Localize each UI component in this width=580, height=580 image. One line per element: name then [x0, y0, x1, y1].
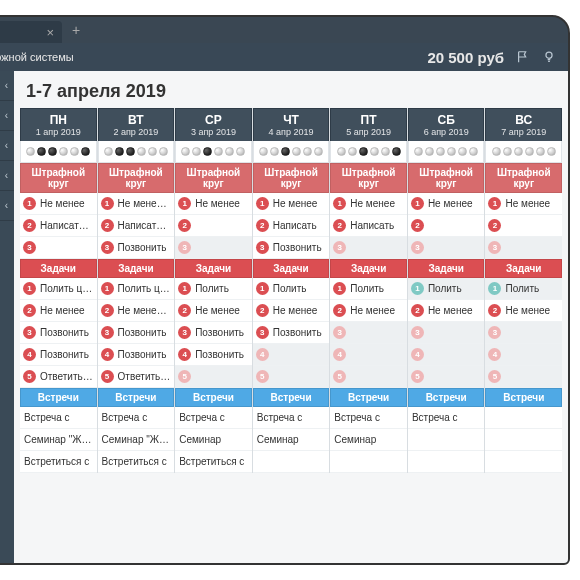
task-item[interactable]: 3 — [330, 322, 407, 344]
browser-tab[interactable]: × — [0, 21, 62, 43]
task-item[interactable]: 4 — [408, 344, 485, 366]
task-item[interactable]: 4Позвонить — [20, 344, 97, 366]
penalty-item[interactable]: 1Не менее — [330, 193, 407, 215]
day-header[interactable]: ПТ5 апр 2019 — [330, 108, 407, 141]
penalty-item[interactable]: 3 — [330, 237, 407, 259]
penalty-item[interactable]: 2 — [408, 215, 485, 237]
task-item[interactable]: 3Позвонить — [20, 322, 97, 344]
penalty-item[interactable]: 1Не менее — [485, 193, 562, 215]
task-item[interactable]: 4Позвонить — [175, 344, 252, 366]
meeting-item[interactable] — [485, 407, 562, 429]
penalty-item[interactable]: 2Написать три — [98, 215, 175, 237]
meeting-item[interactable]: Встреча с — [175, 407, 252, 429]
item-text: Не менее — [40, 305, 85, 316]
task-item[interactable]: 4Позвонить — [98, 344, 175, 366]
meeting-item[interactable]: Семинар "Жизнь — [98, 429, 175, 451]
meeting-item[interactable] — [330, 451, 407, 473]
meeting-item[interactable] — [485, 429, 562, 451]
meeting-item[interactable]: Встретиться с — [20, 451, 97, 473]
meeting-item[interactable] — [408, 429, 485, 451]
meeting-item[interactable]: Встреча с — [330, 407, 407, 429]
task-item[interactable]: 2Не менее — [175, 300, 252, 322]
penalty-item[interactable]: 3 — [485, 237, 562, 259]
badge: 2 — [488, 304, 501, 317]
penalty-item[interactable]: 1Не менее — [253, 193, 330, 215]
task-item[interactable]: 5 — [408, 366, 485, 388]
task-item[interactable]: 1Полить — [408, 278, 485, 300]
sidebar-item-0[interactable]: ет‹ — [0, 71, 14, 101]
task-item[interactable]: 5 — [253, 366, 330, 388]
penalty-item[interactable]: 3 — [20, 237, 97, 259]
task-item[interactable]: 1Полить — [253, 278, 330, 300]
sidebar-item-3[interactable]: чёты‹ — [0, 161, 14, 191]
penalty-item[interactable]: 1Не менее — [20, 193, 97, 215]
task-item[interactable]: 1Полить — [330, 278, 407, 300]
meeting-item[interactable]: Встреча с — [253, 407, 330, 429]
day-of-week: ВС — [488, 113, 559, 127]
day-header[interactable]: СБ6 апр 2019 — [408, 108, 485, 141]
penalty-item[interactable]: 2 — [485, 215, 562, 237]
dot-icon — [270, 147, 279, 156]
task-item[interactable]: 3 — [485, 322, 562, 344]
dot-icon — [148, 147, 157, 156]
task-item[interactable]: 4 — [253, 344, 330, 366]
task-item[interactable]: 1Полить — [175, 278, 252, 300]
penalty-item[interactable]: 3Позвонить — [253, 237, 330, 259]
day-header[interactable]: ВС7 апр 2019 — [485, 108, 562, 141]
penalty-item[interactable]: 3Позвонить — [98, 237, 175, 259]
new-tab-button[interactable]: + — [62, 22, 90, 38]
task-item[interactable]: 2Не менее — [408, 300, 485, 322]
meeting-item[interactable]: Семинар — [253, 429, 330, 451]
task-item[interactable]: 1Полить цветы — [98, 278, 175, 300]
penalty-item[interactable]: 1Не менее часа — [98, 193, 175, 215]
meeting-item[interactable]: Семинар — [175, 429, 252, 451]
meeting-item[interactable] — [485, 451, 562, 473]
penalty-item[interactable]: 2Написать три — [20, 215, 97, 237]
badge: 5 — [23, 370, 36, 383]
penalty-item[interactable]: 2Написать — [330, 215, 407, 237]
penalty-item[interactable]: 1Не менее — [175, 193, 252, 215]
meeting-item[interactable]: Семинар "Жизнь — [20, 429, 97, 451]
day-header[interactable]: ВТ2 апр 2019 — [98, 108, 175, 141]
task-item[interactable]: 2Не менее — [253, 300, 330, 322]
penalty-item[interactable]: 2 — [175, 215, 252, 237]
meeting-item[interactable]: Семинар — [330, 429, 407, 451]
meeting-item[interactable] — [408, 451, 485, 473]
task-item[interactable]: 3Позвонить — [175, 322, 252, 344]
task-item[interactable]: 4 — [330, 344, 407, 366]
task-item[interactable]: 5Ответить на — [20, 366, 97, 388]
task-item[interactable]: 3 — [408, 322, 485, 344]
task-item[interactable]: 2Не менее часа — [98, 300, 175, 322]
meeting-item[interactable]: Встреча с — [408, 407, 485, 429]
task-item[interactable]: 5 — [330, 366, 407, 388]
task-item[interactable]: 2Не менее — [330, 300, 407, 322]
task-item[interactable]: 1Полить цветы — [20, 278, 97, 300]
task-item[interactable]: 3Позвонить — [98, 322, 175, 344]
meeting-item[interactable] — [253, 451, 330, 473]
sidebar-item-1[interactable]: ‹ — [0, 101, 14, 131]
task-item[interactable]: 5 — [175, 366, 252, 388]
day-header[interactable]: ЧТ4 апр 2019 — [253, 108, 330, 141]
sidebar-item-2[interactable]: ‹ — [0, 131, 14, 161]
penalty-item[interactable]: 2Написать — [253, 215, 330, 237]
day-header[interactable]: ПН1 апр 2019 — [20, 108, 97, 141]
close-icon[interactable]: × — [46, 25, 54, 40]
flag-icon[interactable] — [516, 50, 530, 64]
penalty-item[interactable]: 3 — [408, 237, 485, 259]
task-item[interactable]: 4 — [485, 344, 562, 366]
task-item[interactable]: 2Не менее — [485, 300, 562, 322]
task-item[interactable]: 1Полить — [485, 278, 562, 300]
bulb-icon[interactable] — [542, 50, 556, 64]
penalty-item[interactable]: 3 — [175, 237, 252, 259]
task-item[interactable]: 5 — [485, 366, 562, 388]
meeting-item[interactable]: Встретиться с — [175, 451, 252, 473]
day-header[interactable]: СР3 апр 2019 — [175, 108, 252, 141]
task-item[interactable]: 2Не менее — [20, 300, 97, 322]
task-item[interactable]: 5Ответить на — [98, 366, 175, 388]
meeting-item[interactable]: Встреча с — [20, 407, 97, 429]
task-item[interactable]: 3Позвонить — [253, 322, 330, 344]
meeting-item[interactable]: Встретиться с — [98, 451, 175, 473]
meeting-item[interactable]: Встреча с — [98, 407, 175, 429]
penalty-item[interactable]: 1Не менее — [408, 193, 485, 215]
sidebar-item-4[interactable]: ‹ — [0, 191, 14, 221]
